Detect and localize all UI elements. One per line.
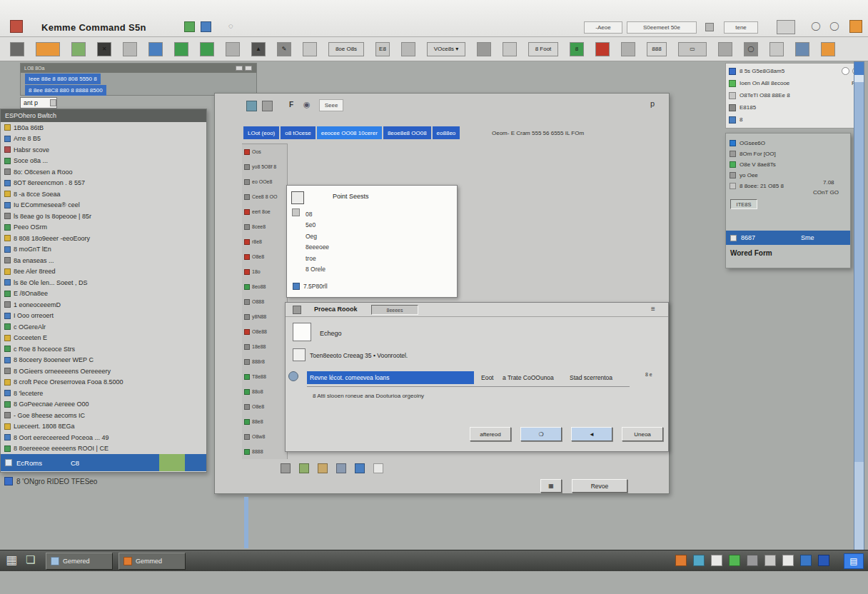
scrollbar-track-lower[interactable] (854, 462, 864, 550)
tray-icon[interactable] (818, 555, 829, 566)
palette-item[interactable]: 88e8 (242, 414, 287, 429)
file-list-item[interactable]: ls 8e Ole len... Soeet , DS (1, 277, 206, 288)
dialog-button[interactable]: ❍ (520, 427, 562, 441)
task-button[interactable]: Gemered (46, 553, 113, 570)
palette-item[interactable]: Oos (242, 144, 287, 159)
palette-item[interactable]: eert 8oe (242, 204, 287, 219)
menu-item[interactable]: eo88eo (433, 126, 460, 139)
close-icon[interactable]: p (650, 99, 655, 108)
toolbar-button[interactable] (148, 42, 163, 56)
status-icon-blue[interactable] (201, 21, 211, 32)
toolbar-button[interactable] (718, 42, 732, 56)
toolbar-button[interactable]: 8oe O8s (328, 42, 364, 56)
panel-row[interactable]: E8185 (726, 101, 860, 114)
info-row[interactable]: OGsee6O (726, 138, 850, 148)
right-scrollbar[interactable] (854, 61, 864, 551)
panel-row[interactable]: O8TeTl O88 88Ee 8 (726, 89, 860, 101)
palette-item[interactable]: 18o (242, 264, 287, 279)
menubar-chip-1[interactable]: -Aeoe (584, 21, 622, 34)
selected-file-row[interactable]: EcRoms C8 (1, 454, 206, 471)
menu-item[interactable]: o8 tOcese (281, 126, 315, 139)
circle-icon-1[interactable] (842, 67, 849, 75)
toolbar-button[interactable]: ▭ (678, 42, 707, 56)
tray-icon[interactable] (782, 555, 794, 566)
file-list-item[interactable]: 8 -a 8cce Soeaa (1, 188, 206, 200)
toolbar-button[interactable] (503, 42, 517, 56)
palette-item[interactable]: T8e88 (242, 369, 287, 384)
bottom-toolbar-icon[interactable] (318, 463, 328, 473)
menubar-chip-3[interactable]: tene (724, 21, 758, 34)
toolbar-button[interactable]: ◯ (744, 42, 758, 56)
grid-button[interactable]: ▦ (540, 479, 562, 493)
flag-icon[interactable]: F (289, 101, 293, 109)
dialog-button[interactable]: ◄ (571, 427, 612, 441)
globe-icon[interactable]: ◉ (303, 100, 311, 109)
toolbar-button[interactable] (595, 42, 610, 56)
file-list-item[interactable]: Iu ECommeseea® ceel (1, 200, 206, 211)
palette-item[interactable]: O8e8 (242, 249, 287, 264)
toolbar-button[interactable]: 888 (647, 42, 667, 56)
palette-item[interactable]: O8e88 (242, 324, 287, 339)
panel-row[interactable]: Ioen On A8l 8ecooe (726, 77, 860, 89)
palette-item[interactable]: 8cee8 (242, 219, 287, 234)
toolbar-button[interactable] (821, 42, 835, 56)
file-list-item[interactable]: 1 eoneoceeemD (1, 299, 206, 311)
toolbar-button[interactable]: E8 (375, 42, 390, 56)
close-icon[interactable] (245, 66, 252, 71)
menu-item[interactable]: eeocee OO08 10cerer (317, 126, 382, 139)
toolbar-button[interactable] (226, 42, 240, 56)
tool-icon[interactable] (262, 101, 273, 111)
tray-icon[interactable] (747, 555, 758, 566)
program-icon-small[interactable] (293, 348, 306, 361)
orange-icon[interactable] (849, 20, 862, 33)
file-list-item[interactable]: 8ee Aler 8reed (1, 266, 206, 278)
toolbar-button[interactable]: 8 Foot (528, 42, 558, 56)
bottom-toolbar-icon[interactable] (281, 463, 291, 473)
file-list-item[interactable]: 1B0a 86tB (1, 122, 206, 134)
toolbar-button[interactable] (174, 42, 188, 56)
file-list-item[interactable]: Arre 8 B5 (1, 134, 206, 145)
file-list-item[interactable]: 8o: O8cesen a Rooo (1, 166, 206, 178)
minimize-icon[interactable] (236, 66, 243, 71)
toolbar-button[interactable] (200, 42, 214, 56)
tray-icon[interactable] (764, 555, 776, 566)
bottom-toolbar-icon[interactable] (336, 463, 346, 473)
toolbar-button[interactable] (401, 42, 415, 56)
file-list-item[interactable]: E /8Ona8ee (1, 288, 206, 300)
desktop-shortcut[interactable]: 8 'ONgro RIDEO TFESeo (4, 477, 97, 485)
tray-icon[interactable] (729, 555, 740, 566)
palette-item[interactable]: O8e8 (242, 399, 287, 414)
app-icon[interactable] (10, 20, 23, 33)
popup-list-item[interactable]: Oeg (306, 231, 329, 242)
palette-item[interactable]: y8N88 (242, 309, 287, 324)
palette-item[interactable]: r8e8 (242, 234, 287, 249)
file-list-item[interactable]: ls 8eae go Is 8opeooe | 85r (1, 211, 206, 222)
highlighted-row[interactable]: 8 8ee 88C8 880 8 8888 8500 (25, 85, 106, 96)
palette-item[interactable]: 888r8 (242, 354, 287, 369)
file-list-item[interactable]: 8 8oceery 8ooeneer WEP C (1, 355, 206, 366)
toolbar-button[interactable] (769, 42, 784, 56)
palette-item[interactable]: 18e88 (242, 339, 287, 354)
palette-item[interactable]: 88o8 (242, 384, 287, 399)
file-list-item[interactable]: Habsr scove (1, 144, 206, 156)
file-list-item[interactable]: Lueceert. 1808 8EGa (1, 421, 206, 433)
panel-row[interactable]: 8 5s G5e8G8am5 (726, 65, 860, 77)
toolbar-button[interactable]: ▲ (251, 42, 266, 56)
toolbar-button[interactable] (36, 42, 60, 56)
info-row[interactable]: O8e V 8ae8Ts (726, 159, 850, 170)
file-list-item[interactable]: 8a enaseas ... (1, 255, 206, 266)
palette-item[interactable]: O8w8 (242, 429, 287, 444)
tray-icon[interactable] (800, 555, 812, 566)
program-dialog-header[interactable]: Proeca Roook 8eeees ≡ (286, 303, 668, 317)
window-stack-icon[interactable]: ❏ (26, 553, 35, 566)
toolbar-button[interactable] (10, 42, 24, 56)
background-window-titlebar[interactable]: LO8 8Oa (21, 64, 256, 73)
toolbar-button[interactable]: ✎ (277, 42, 291, 56)
file-list-item[interactable]: 8 croft Pece Oreserrovea Fooa 8.5000 (1, 377, 206, 388)
toolbar-button[interactable] (303, 42, 317, 56)
toolbar-button[interactable] (795, 42, 809, 56)
file-list-item[interactable]: Coceeten E (1, 333, 206, 344)
scrollbar-thumb[interactable] (854, 75, 864, 82)
file-list-item[interactable]: Soce o8a ... (1, 156, 206, 167)
toolbar-button[interactable] (123, 42, 137, 56)
